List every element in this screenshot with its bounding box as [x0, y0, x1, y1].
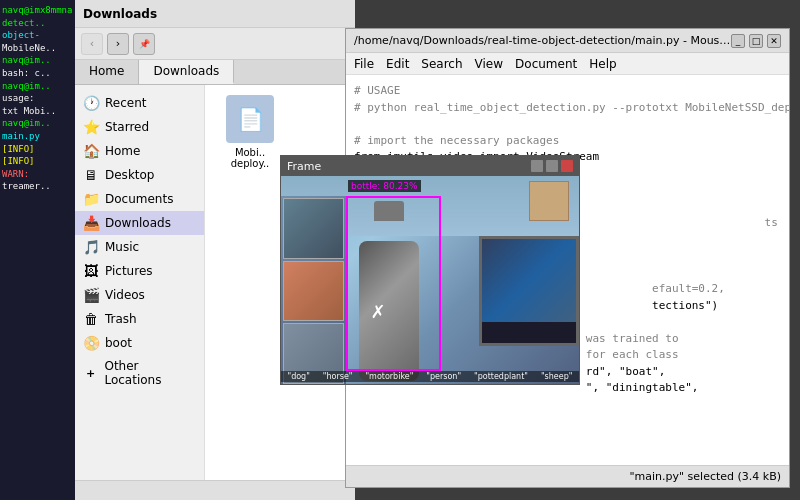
file-icon: 📄 — [226, 95, 274, 143]
other-icon: + — [83, 367, 98, 380]
label-motorbike: "motorbike" — [365, 372, 413, 381]
terminal-line-7: navq@im.. — [2, 80, 73, 93]
menu-edit[interactable]: Edit — [386, 57, 409, 71]
frame-labels: "dog" "horse" "motorbike" "person" "pott… — [281, 371, 579, 382]
terminal-line-3: object- — [2, 29, 73, 42]
sidebar-label-documents: Documents — [105, 192, 173, 206]
thumb-item — [283, 261, 344, 322]
videos-icon: 🎬 — [83, 287, 99, 303]
cam-monitor — [479, 236, 579, 346]
terminal-line-12: [INFO] — [2, 143, 73, 156]
sidebar-label-boot: boot — [105, 336, 132, 350]
label-dog: "dog" — [287, 372, 309, 381]
terminal-line-2: detect.. — [2, 17, 73, 30]
thumb-item — [283, 198, 344, 259]
desktop-icon: 🖥 — [83, 167, 99, 183]
frame-titlebar: Frame — [281, 156, 579, 176]
maximize-button[interactable]: □ — [749, 34, 763, 48]
sidebar-item-downloads[interactable]: 📥 Downloads — [75, 211, 204, 235]
code-line: # USAGE — [354, 83, 781, 100]
home-icon: 🏠 — [83, 143, 99, 159]
terminal-line-13: [INFO] — [2, 155, 73, 168]
menu-file[interactable]: File — [354, 57, 374, 71]
fm-tabs: Home Downloads — [75, 60, 355, 85]
fm-title: Downloads — [83, 7, 157, 21]
sidebar-label-music: Music — [105, 240, 139, 254]
terminal-line-14: WARN: — [2, 168, 73, 181]
code-line: # import the necessary packages — [354, 133, 781, 150]
frame-maximize-button[interactable] — [546, 160, 558, 172]
terminal-line-8: usage: — [2, 92, 73, 105]
sidebar-item-home[interactable]: 🏠 Home — [75, 139, 204, 163]
fm-sidebar: 🕐 Recent ⭐ Starred 🏠 Home 🖥 Desktop 📁 Do… — [75, 85, 205, 480]
frame-title: Frame — [287, 160, 321, 173]
terminal-line-4: MobileNe.. — [2, 42, 73, 55]
label-sheep: "sheep" — [541, 372, 573, 381]
menu-document[interactable]: Document — [515, 57, 577, 71]
sidebar-label-recent: Recent — [105, 96, 146, 110]
cam-monitor-screen — [482, 239, 576, 322]
sidebar-label-starred: Starred — [105, 120, 149, 134]
terminal-line-1: navq@imx8mmnavq:$ cd Downloads — [2, 4, 73, 17]
sidebar-item-videos[interactable]: 🎬 Videos — [75, 283, 204, 307]
fm-titlebar: Downloads — [75, 0, 355, 28]
frame-minimize-button[interactable] — [531, 160, 543, 172]
fm-statusbar — [75, 480, 355, 500]
music-icon: 🎵 — [83, 239, 99, 255]
label-horse: "horse" — [323, 372, 353, 381]
sidebar-item-documents[interactable]: 📁 Documents — [75, 187, 204, 211]
sidebar-item-music[interactable]: 🎵 Music — [75, 235, 204, 259]
editor-title: /home/navq/Downloads/real-time-object-de… — [354, 34, 731, 47]
frame-titlebar-buttons — [531, 160, 573, 172]
back-button[interactable]: ‹ — [81, 33, 103, 55]
sidebar-label-videos: Videos — [105, 288, 145, 302]
boot-icon: 📀 — [83, 335, 99, 351]
minimize-button[interactable]: _ — [731, 34, 745, 48]
sidebar-label-downloads: Downloads — [105, 216, 171, 230]
pictures-icon: 🖼 — [83, 263, 99, 279]
sidebar-item-other[interactable]: + Other Locations — [75, 355, 204, 391]
frame-close-button[interactable] — [561, 160, 573, 172]
menu-view[interactable]: View — [475, 57, 503, 71]
sidebar-item-recent[interactable]: 🕐 Recent — [75, 91, 204, 115]
recent-icon: 🕐 — [83, 95, 99, 111]
terminal-line-9: txt Mobi.. — [2, 105, 73, 118]
label-person: "person" — [426, 372, 461, 381]
sidebar-label-desktop: Desktop — [105, 168, 155, 182]
cam-box — [529, 181, 569, 221]
list-item[interactable]: 📄 Mobi.. deploy.. — [215, 95, 285, 169]
menu-help[interactable]: Help — [589, 57, 616, 71]
terminal-line-15: treamer.. — [2, 180, 73, 193]
detection-label: bottle: 80.23% — [348, 180, 421, 192]
starred-icon: ⭐ — [83, 119, 99, 135]
editor-statusbar: "main.py" selected (3.4 kB) — [346, 465, 789, 487]
pin-button[interactable]: 📌 — [133, 33, 155, 55]
terminal-panel: navq@imx8mmnavq:$ cd Downloads detect.. … — [0, 0, 75, 500]
editor-titlebar: /home/navq/Downloads/real-time-object-de… — [346, 29, 789, 53]
frame-content: ✗ bottle: 80.23% "dog" "horse" "motorbik… — [281, 176, 579, 384]
code-line: # python real_time_object_detection.py -… — [354, 100, 781, 117]
terminal-line-11: main.py — [2, 130, 73, 143]
terminal-line-6: bash: c.. — [2, 67, 73, 80]
tab-downloads[interactable]: Downloads — [139, 60, 234, 84]
cam-thumbnail — [281, 196, 346, 384]
sidebar-item-trash[interactable]: 🗑 Trash — [75, 307, 204, 331]
sidebar-item-desktop[interactable]: 🖥 Desktop — [75, 163, 204, 187]
menu-search[interactable]: Search — [421, 57, 462, 71]
editor-menubar: File Edit Search View Document Help — [346, 53, 789, 75]
tab-home[interactable]: Home — [75, 60, 139, 84]
sidebar-item-starred[interactable]: ⭐ Starred — [75, 115, 204, 139]
code-line — [354, 116, 781, 133]
sidebar-item-pictures[interactable]: 🖼 Pictures — [75, 259, 204, 283]
terminal-line-5: navq@im.. — [2, 54, 73, 67]
editor-status-text: "main.py" selected (3.4 kB) — [629, 470, 781, 483]
close-button[interactable]: ✕ — [767, 34, 781, 48]
frame-window: Frame ✗ — [280, 155, 580, 385]
terminal-line-10: navq@im.. — [2, 117, 73, 130]
file-label: Mobi.. deploy.. — [215, 147, 285, 169]
sidebar-item-boot[interactable]: 📀 boot — [75, 331, 204, 355]
forward-button[interactable]: › — [107, 33, 129, 55]
fm-toolbar: ‹ › 📌 — [75, 28, 355, 60]
sidebar-label-other: Other Locations — [104, 359, 196, 387]
documents-icon: 📁 — [83, 191, 99, 207]
